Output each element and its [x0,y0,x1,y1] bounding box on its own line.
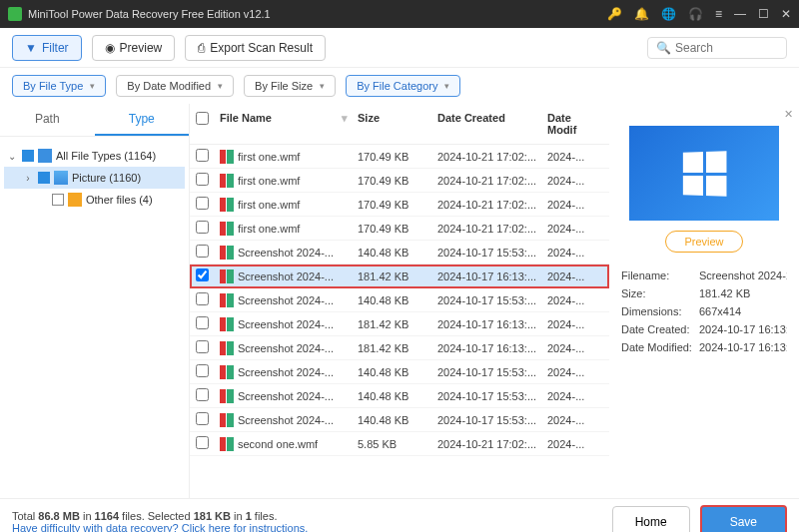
table-row[interactable]: Screenshot 2024-...140.48 KB2024-10-17 1… [190,360,609,384]
select-all-checkbox[interactable] [196,112,209,125]
meta-filename: Filename:Screenshot 2024-10 [621,266,787,284]
datemod-chip[interactable]: By Date Modified [116,75,234,97]
row-checkbox[interactable] [196,364,209,377]
row-checkbox[interactable] [196,436,209,449]
row-checkbox[interactable] [196,340,209,353]
filter-label: Filter [42,41,69,55]
col-name[interactable]: File Name ▾ [220,112,358,136]
col-modified[interactable]: Date Modif [547,112,603,136]
file-created: 2024-10-21 17:02:... [437,223,547,235]
tree-check[interactable] [22,150,34,162]
filelist-header: File Name ▾ Size Date Created Date Modif [190,104,609,145]
filelist-rows[interactable]: first one.wmf170.49 KB2024-10-21 17:02:.… [190,145,609,498]
preview-open-button[interactable]: Preview [665,231,742,253]
key-icon[interactable]: 🔑 [607,7,622,21]
row-checkbox[interactable] [196,388,209,401]
help-link[interactable]: Have difficulty with data recovery? Clic… [12,522,308,533]
menu-icon[interactable]: ≡ [715,7,722,21]
file-size: 140.48 KB [358,390,437,402]
tree-other[interactable]: Other files (4) [4,189,185,211]
filetype-chip[interactable]: By File Type [12,75,106,97]
meta-dimensions: Dimensions:667x414 [621,302,787,320]
file-size: 181.42 KB [358,318,437,330]
filesize-chip[interactable]: By File Size [244,75,336,97]
statusbar: Total 86.8 MB in 1164 files. Selected 18… [0,498,799,532]
tree-check[interactable] [38,172,50,184]
file-created: 2024-10-21 17:02:... [437,151,547,163]
export-button[interactable]: ⎙Export Scan Result [185,35,326,61]
other-icon [68,193,82,207]
windows-logo-icon [683,151,727,196]
table-row[interactable]: first one.wmf170.49 KB2024-10-21 17:02:.… [190,169,609,193]
preview-close-icon[interactable]: ✕ [784,108,793,121]
file-icon [220,222,234,236]
preview-label: Preview [120,41,163,55]
table-row[interactable]: first one.wmf170.49 KB2024-10-21 17:02:.… [190,217,609,241]
row-checkbox[interactable] [196,316,209,329]
file-name: Screenshot 2024-... [238,294,358,306]
tree-all[interactable]: ⌄ All File Types (1164) [4,145,185,167]
minimize-icon[interactable]: — [734,7,746,21]
preview-button[interactable]: ◉Preview [92,35,176,61]
maximize-icon[interactable]: ☐ [758,7,769,21]
file-size: 140.48 KB [358,414,437,426]
file-modified: 2024-... [547,438,603,450]
sidebar: Path Type ⌄ All File Types (1164) › Pict… [0,104,190,498]
table-row[interactable]: first one.wmf170.49 KB2024-10-21 17:02:.… [190,145,609,169]
table-row[interactable]: Screenshot 2024-...140.48 KB2024-10-17 1… [190,288,609,312]
table-row[interactable]: Screenshot 2024-...140.48 KB2024-10-17 1… [190,384,609,408]
headphones-icon[interactable]: 🎧 [688,7,703,21]
row-checkbox[interactable] [196,268,209,281]
file-name: Screenshot 2024-... [238,318,358,330]
globe-icon[interactable]: 🌐 [661,7,676,21]
table-row[interactable]: Screenshot 2024-...181.42 KB2024-10-17 1… [190,312,609,336]
file-modified: 2024-... [547,199,603,211]
tab-type[interactable]: Type [95,104,190,136]
file-name: Screenshot 2024-... [238,390,358,402]
expand-icon[interactable]: › [22,173,34,184]
save-button[interactable]: Save [700,505,787,533]
tree-check[interactable] [52,194,64,206]
file-name: Screenshot 2024-... [238,342,358,354]
file-icon [220,413,234,427]
file-icon [220,269,234,283]
file-created: 2024-10-17 15:53:... [437,390,547,402]
file-name: Screenshot 2024-... [238,270,358,282]
preview-panel: ✕ Preview Filename:Screenshot 2024-10 Si… [609,104,799,498]
row-checkbox[interactable] [196,221,209,234]
col-created[interactable]: Date Created [437,112,547,136]
search-container: 🔍 [647,37,787,59]
table-row[interactable]: Screenshot 2024-...140.48 KB2024-10-17 1… [190,241,609,265]
row-checkbox[interactable] [196,245,209,258]
filter-button[interactable]: ▼Filter [12,35,82,61]
bell-icon[interactable]: 🔔 [634,7,649,21]
file-modified: 2024-... [547,366,603,378]
table-row[interactable]: Screenshot 2024-...140.48 KB2024-10-17 1… [190,408,609,432]
file-size: 5.85 KB [358,438,437,450]
tree-picture[interactable]: › Picture (1160) [4,167,185,189]
row-checkbox[interactable] [196,292,209,305]
row-checkbox[interactable] [196,412,209,425]
funnel-icon: ▼ [25,41,37,55]
sidebar-tabs: Path Type [0,104,189,137]
col-size[interactable]: Size [358,112,437,136]
row-checkbox[interactable] [196,173,209,186]
tab-path[interactable]: Path [0,104,95,136]
meta-created: Date Created:2024-10-17 16:13:54 [621,320,787,338]
titlebar: MiniTool Power Data Recovery Free Editio… [0,0,799,28]
file-created: 2024-10-17 16:13:... [437,270,547,282]
filecat-chip[interactable]: By File Category [346,75,460,97]
meta-modified: Date Modified:2024-10-17 16:13:54 [621,338,787,356]
row-checkbox[interactable] [196,149,209,162]
table-row[interactable]: second one.wmf5.85 KB2024-10-21 17:02:..… [190,432,609,456]
table-row[interactable]: Screenshot 2024-...181.42 KB2024-10-17 1… [190,265,609,288]
collapse-icon[interactable]: ⌄ [6,151,18,162]
row-checkbox[interactable] [196,197,209,210]
tree-other-label: Other files (4) [86,194,153,206]
search-input[interactable] [675,41,778,55]
close-icon[interactable]: ✕ [781,7,791,21]
table-row[interactable]: Screenshot 2024-...181.42 KB2024-10-17 1… [190,336,609,360]
table-row[interactable]: first one.wmf170.49 KB2024-10-21 17:02:.… [190,193,609,217]
home-button[interactable]: Home [612,506,690,533]
file-created: 2024-10-17 16:13:... [437,318,547,330]
